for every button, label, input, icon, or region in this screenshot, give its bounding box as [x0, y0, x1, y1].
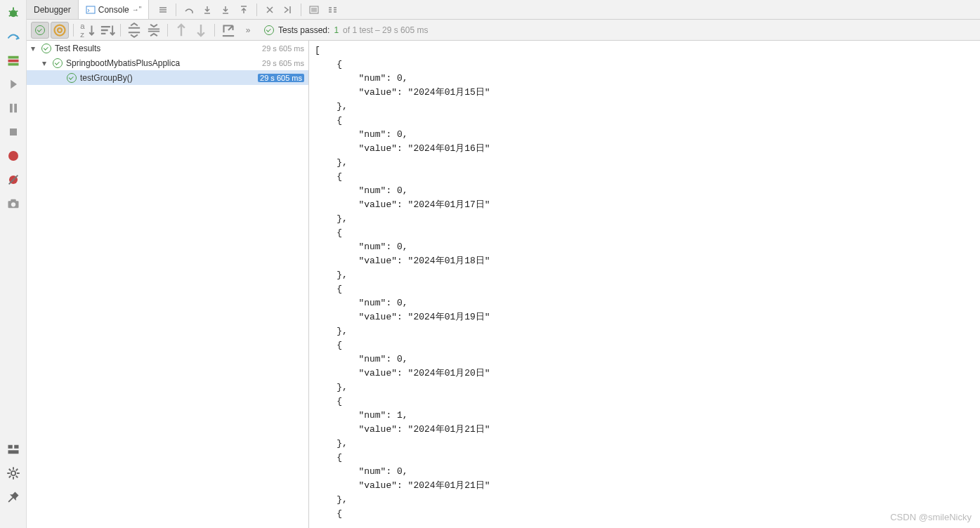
- svg-rect-17: [8, 450, 18, 454]
- separator: [120, 24, 121, 37]
- show-ignored-icon[interactable]: [51, 22, 69, 39]
- sort-duration-icon[interactable]: [98, 22, 116, 39]
- run-toolbar: az » Tests passed: 1 of 1 test – 29 s 60…: [27, 20, 980, 41]
- svg-rect-15: [8, 445, 12, 449]
- svg-rect-19: [86, 6, 95, 13]
- stop-icon[interactable]: [6, 125, 20, 139]
- tests-passed-count: 1: [334, 25, 339, 35]
- svg-line-5: [15, 15, 18, 16]
- svg-rect-16: [14, 445, 18, 449]
- tabs-row: Debugger Console →": [27, 0, 980, 20]
- settings-icon[interactable]: [6, 466, 20, 480]
- tree-class-time: 29 s 605 ms: [262, 59, 304, 67]
- separator: [256, 4, 257, 16]
- left-tool-gutter: [0, 0, 27, 528]
- collapse-all-icon[interactable]: [145, 22, 163, 39]
- pin-icon[interactable]: [6, 490, 20, 504]
- svg-text:a: a: [80, 22, 85, 30]
- console-text: [ { "num": 0, "value": "2024年01月15日" }, …: [315, 44, 980, 521]
- tab-debugger-label: Debugger: [34, 5, 71, 15]
- ok-icon: [41, 43, 52, 54]
- tree-class[interactable]: ▾ SpringbootMybatisPlusApplica 29 s 605 …: [27, 55, 308, 70]
- next-failed-icon[interactable]: [192, 22, 210, 39]
- separator: [73, 24, 74, 37]
- separator: [167, 24, 168, 37]
- svg-text:z: z: [80, 29, 84, 38]
- expand-all-icon[interactable]: [125, 22, 143, 39]
- bug-icon[interactable]: [6, 6, 20, 20]
- tab-console[interactable]: Console →": [79, 0, 150, 19]
- separator: [301, 4, 301, 16]
- test-status: Tests passed: 1 of 1 test – 29 s 605 ms: [264, 25, 428, 35]
- show-execution-point-icon[interactable]: [155, 1, 171, 18]
- play-icon[interactable]: [6, 77, 20, 91]
- tree-root[interactable]: ▾ Test Results 29 s 605 ms: [27, 41, 308, 55]
- separator: [176, 4, 176, 16]
- step-over-icon[interactable]: [6, 29, 20, 44]
- frames-icon[interactable]: [6, 53, 20, 67]
- svg-rect-14: [11, 199, 16, 202]
- svg-rect-6: [8, 56, 18, 59]
- pause-icon[interactable]: [6, 101, 20, 115]
- step-into-icon[interactable]: [199, 1, 216, 18]
- mute-breakpoints-icon[interactable]: [6, 173, 20, 187]
- evaluate-icon[interactable]: [306, 1, 322, 18]
- trace-icon[interactable]: [324, 1, 341, 18]
- ok-icon: [52, 58, 63, 69]
- svg-rect-10: [14, 104, 17, 113]
- ok-icon: [264, 25, 274, 35]
- svg-point-13: [11, 202, 15, 206]
- svg-rect-8: [8, 63, 18, 66]
- tree-method-time: 29 s 605 ms: [258, 74, 304, 82]
- svg-line-3: [15, 11, 18, 12]
- tab-debugger[interactable]: Debugger: [27, 0, 79, 19]
- console-tab-icon: [86, 5, 96, 15]
- tests-passed-label: Tests passed:: [278, 25, 329, 35]
- chevron-down-icon[interactable]: ▾: [31, 44, 41, 53]
- step-over-btn-icon[interactable]: [181, 1, 197, 18]
- camera-icon[interactable]: [6, 197, 20, 211]
- layout-icon[interactable]: [6, 442, 20, 456]
- test-tree: ▾ Test Results 29 s 605 ms ▾ SpringbootM…: [27, 41, 309, 528]
- run-to-cursor-icon[interactable]: [280, 1, 296, 18]
- watermark: CSDN @smileNicky: [890, 512, 972, 522]
- svg-rect-7: [8, 60, 18, 62]
- tree-method[interactable]: testGroupBy() 29 s 605 ms: [27, 70, 308, 85]
- svg-rect-9: [10, 104, 13, 113]
- svg-line-2: [8, 11, 11, 12]
- svg-point-0: [10, 10, 17, 17]
- separator: [214, 24, 215, 37]
- export-icon[interactable]: [219, 22, 237, 39]
- console-output[interactable]: [ { "num": 0, "value": "2024年01月15日" }, …: [309, 41, 980, 528]
- sort-alpha-icon[interactable]: az: [78, 22, 96, 39]
- svg-line-4: [8, 15, 11, 16]
- force-step-into-icon[interactable]: [217, 1, 234, 18]
- chevron-down-icon[interactable]: ▾: [42, 58, 52, 68]
- ok-icon: [66, 72, 77, 84]
- drop-frame-icon[interactable]: [261, 1, 278, 18]
- more-icon[interactable]: »: [239, 22, 257, 39]
- svg-point-21: [55, 25, 65, 35]
- svg-rect-11: [10, 128, 17, 136]
- show-passed-icon[interactable]: [31, 22, 49, 39]
- svg-point-18: [11, 471, 15, 475]
- step-out-icon[interactable]: [235, 1, 252, 18]
- tree-root-time: 29 s 605 ms: [262, 44, 304, 53]
- tab-console-label: Console: [98, 5, 129, 15]
- tab-pin-icon: →": [132, 6, 142, 13]
- tests-passed-of: of 1 test – 29 s 605 ms: [343, 25, 428, 35]
- breakpoint-icon[interactable]: [6, 149, 20, 163]
- svg-point-22: [58, 28, 62, 32]
- debug-toolbar: [149, 0, 341, 19]
- prev-failed-icon[interactable]: [172, 22, 190, 39]
